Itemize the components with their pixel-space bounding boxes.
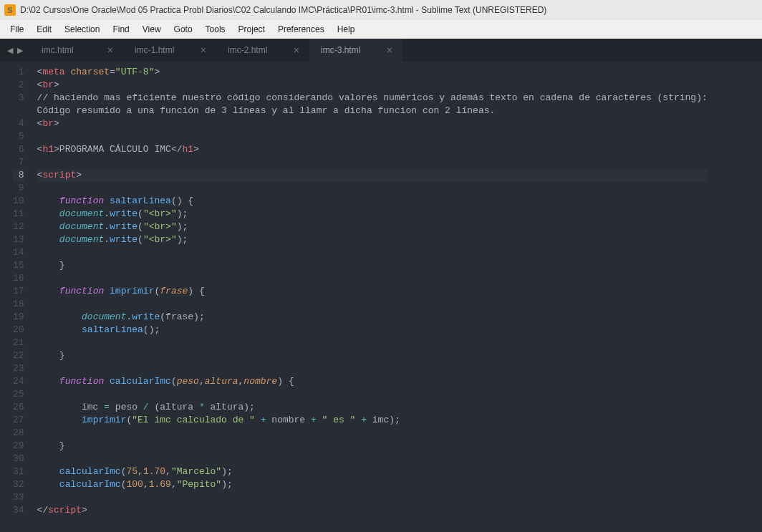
code-line[interactable]: <br> bbox=[37, 117, 708, 130]
code-line[interactable]: document.write("<br>"); bbox=[37, 233, 708, 246]
code-line[interactable]: <h1>PROGRAMA CÁLCULO IMC</h1> bbox=[37, 143, 708, 156]
close-icon[interactable]: × bbox=[294, 44, 299, 56]
nav-back-icon[interactable]: ◀ bbox=[7, 46, 13, 55]
tab-label: imc-1.html bbox=[135, 45, 174, 55]
code-line[interactable] bbox=[37, 388, 708, 401]
line-number: 33 bbox=[13, 491, 24, 504]
line-number: 14 bbox=[13, 246, 24, 259]
line-number: 9 bbox=[13, 182, 24, 195]
line-number: 18 bbox=[13, 298, 24, 311]
line-number: 22 bbox=[13, 349, 24, 362]
code-line[interactable]: Código resumido a una función de 3 línea… bbox=[37, 105, 708, 117]
code-line[interactable] bbox=[37, 182, 708, 195]
menubar: FileEditSelectionFindViewGotoToolsProjec… bbox=[0, 20, 762, 39]
line-number: 8 bbox=[13, 169, 24, 182]
tab-label: imc.html bbox=[42, 45, 74, 55]
line-number: 23 bbox=[13, 362, 24, 375]
line-number: 11 bbox=[13, 208, 24, 221]
code-line[interactable]: document.write("<br>"); bbox=[37, 221, 708, 233]
code-line[interactable] bbox=[37, 491, 708, 504]
line-number bbox=[13, 105, 24, 117]
code-line[interactable] bbox=[37, 298, 708, 311]
line-number: 2 bbox=[13, 79, 24, 92]
menu-preferences[interactable]: Preferences bbox=[272, 21, 330, 37]
code-line[interactable] bbox=[37, 453, 708, 465]
code-line[interactable]: function imprimir(frase) { bbox=[37, 285, 708, 298]
code-line[interactable]: <meta charset="UTF-8"> bbox=[37, 66, 708, 79]
app-icon: S bbox=[4, 4, 16, 16]
tab-label: imc-3.html bbox=[321, 45, 360, 55]
tab-imc-1-html[interactable]: imc-1.html× bbox=[123, 39, 216, 62]
gutter: 1234567891011121314151617181920212223242… bbox=[0, 62, 33, 532]
line-number: 4 bbox=[13, 117, 24, 130]
line-number: 5 bbox=[13, 130, 24, 143]
nav-forward-icon[interactable]: ▶ bbox=[17, 46, 23, 55]
code-line[interactable]: imprimir("El imc calculado de " + nombre… bbox=[37, 414, 708, 427]
code-line[interactable] bbox=[37, 427, 708, 440]
code-line[interactable]: } bbox=[37, 349, 708, 362]
tabbar: ◀ ▶ imc.html×imc-1.html×imc-2.html×imc-3… bbox=[0, 39, 762, 62]
line-number: 31 bbox=[13, 465, 24, 478]
line-number: 25 bbox=[13, 388, 24, 401]
code-line[interactable]: <br> bbox=[37, 79, 708, 92]
line-number: 29 bbox=[13, 440, 24, 453]
code-line[interactable] bbox=[37, 337, 708, 349]
code-line[interactable] bbox=[37, 272, 708, 285]
menu-view[interactable]: View bbox=[137, 21, 167, 37]
menu-selection[interactable]: Selection bbox=[59, 21, 105, 37]
menu-goto[interactable]: Goto bbox=[168, 21, 198, 37]
close-icon[interactable]: × bbox=[201, 44, 206, 56]
line-number: 24 bbox=[13, 375, 24, 388]
code-line[interactable]: saltarLinea(); bbox=[37, 324, 708, 337]
close-icon[interactable]: × bbox=[387, 44, 392, 56]
code-line[interactable]: document.write(frase); bbox=[37, 311, 708, 324]
code-line[interactable]: function saltarLinea() { bbox=[37, 195, 708, 208]
code-line[interactable]: calcularImc(100,1.69,"Pepito"); bbox=[37, 478, 708, 491]
line-number: 6 bbox=[13, 143, 24, 156]
editor[interactable]: 1234567891011121314151617181920212223242… bbox=[0, 62, 762, 532]
line-number: 20 bbox=[13, 324, 24, 337]
code-line[interactable]: // haciendo mas eficiente nuestro código… bbox=[37, 92, 708, 105]
code-line[interactable]: } bbox=[37, 440, 708, 453]
code-line[interactable] bbox=[37, 130, 708, 143]
code-line[interactable]: document.write("<br>"); bbox=[37, 208, 708, 221]
titlebar: S D:\02 Cursos\One Oracle\Mod 05 Practic… bbox=[0, 0, 762, 20]
tab-label: imc-2.html bbox=[228, 45, 267, 55]
window-title: D:\02 Cursos\One Oracle\Mod 05 Practica … bbox=[20, 5, 546, 15]
menu-find[interactable]: Find bbox=[107, 21, 135, 37]
line-number: 7 bbox=[13, 156, 24, 169]
menu-edit[interactable]: Edit bbox=[31, 21, 57, 37]
code-line[interactable]: function calcularImc(peso,altura,nombre)… bbox=[37, 375, 708, 388]
code-line[interactable] bbox=[37, 156, 708, 169]
line-number: 30 bbox=[13, 453, 24, 465]
line-number: 26 bbox=[13, 401, 24, 414]
line-number: 17 bbox=[13, 285, 24, 298]
line-number: 28 bbox=[13, 427, 24, 440]
line-number: 19 bbox=[13, 311, 24, 324]
nav-arrows: ◀ ▶ bbox=[0, 46, 30, 55]
line-number: 32 bbox=[13, 478, 24, 491]
menu-file[interactable]: File bbox=[4, 21, 29, 37]
code-line[interactable]: <script> bbox=[37, 169, 708, 182]
code-line[interactable]: </script> bbox=[37, 504, 708, 517]
menu-project[interactable]: Project bbox=[233, 21, 271, 37]
code-line[interactable]: calcularImc(75,1.70,"Marcelo"); bbox=[37, 465, 708, 478]
line-number: 1 bbox=[13, 66, 24, 79]
line-number: 10 bbox=[13, 195, 24, 208]
tab-imc-3-html[interactable]: imc-3.html× bbox=[309, 39, 402, 62]
tab-imc-2-html[interactable]: imc-2.html× bbox=[216, 39, 309, 62]
code-line[interactable] bbox=[37, 246, 708, 259]
line-number: 16 bbox=[13, 272, 24, 285]
tab-imc-html[interactable]: imc.html× bbox=[30, 39, 123, 62]
line-number: 21 bbox=[13, 337, 24, 349]
code-line[interactable]: imc = peso / (altura * altura); bbox=[37, 401, 708, 414]
menu-help[interactable]: Help bbox=[332, 21, 361, 37]
close-icon[interactable]: × bbox=[107, 44, 113, 56]
menu-tools[interactable]: Tools bbox=[200, 21, 231, 37]
line-number: 13 bbox=[13, 233, 24, 246]
line-number: 27 bbox=[13, 414, 24, 427]
line-number: 12 bbox=[13, 221, 24, 233]
code-line[interactable] bbox=[37, 362, 708, 375]
code-line[interactable]: } bbox=[37, 259, 708, 272]
code-area[interactable]: <meta charset="UTF-8"><br>// haciendo ma… bbox=[33, 62, 708, 532]
